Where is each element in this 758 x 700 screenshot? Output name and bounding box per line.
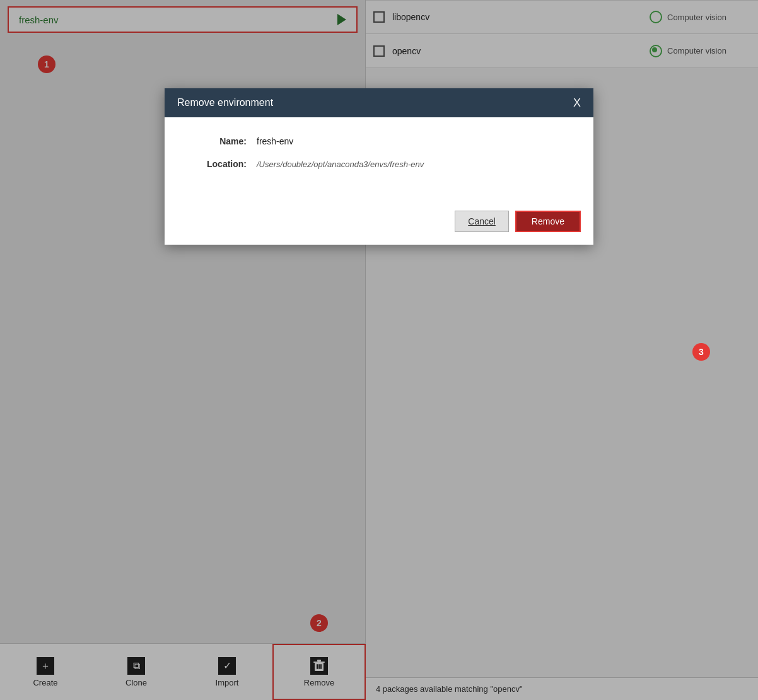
modal-header: Remove environment X (165, 88, 593, 117)
modal-body: Name: fresh-env Location: /Users/doublez… (165, 117, 593, 201)
modal-location-field: Location: /Users/doublez/opt/anaconda3/e… (190, 159, 568, 169)
modal-name-field: Name: fresh-env (190, 136, 568, 146)
modal-location-label: Location: (190, 159, 247, 169)
cancel-button[interactable]: Cancel (455, 211, 509, 232)
modal-close-button[interactable]: X (573, 97, 581, 108)
modal-title: Remove environment (177, 97, 273, 108)
step-badge-3: 3 (692, 343, 710, 361)
modal-footer: Cancel Remove (165, 201, 593, 245)
modal-overlay: Remove environment X Name: fresh-env Loc… (0, 0, 758, 700)
modal-name-label: Name: (190, 136, 247, 146)
modal-location-value: /Users/doublez/opt/anaconda3/envs/fresh-… (257, 160, 424, 169)
remove-environment-dialog: Remove environment X Name: fresh-env Loc… (165, 88, 593, 245)
remove-button[interactable]: Remove (515, 211, 581, 232)
main-layout: 1 fresh-env ＋ Create ⧉ Clone (0, 0, 758, 700)
modal-name-value: fresh-env (257, 136, 293, 146)
